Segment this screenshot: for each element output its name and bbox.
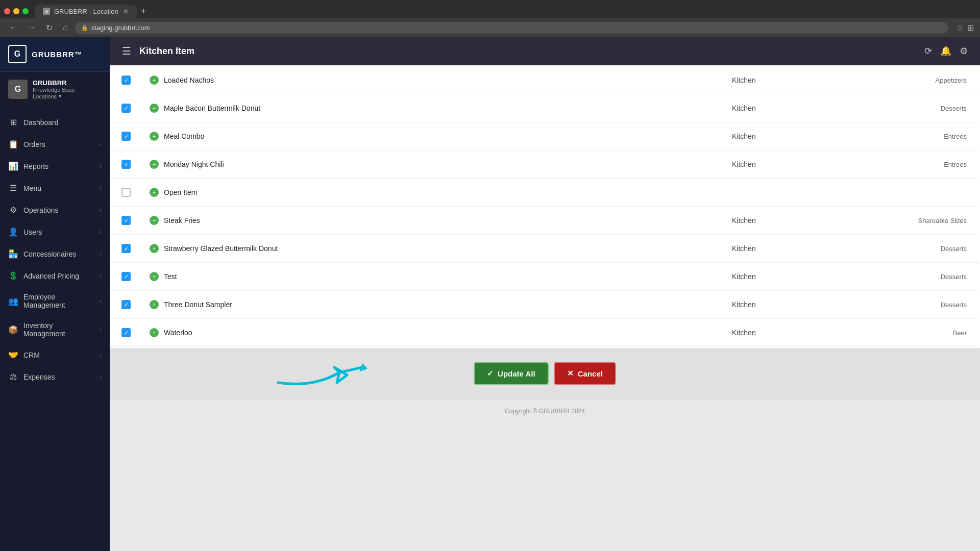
active-dot: + [150, 188, 159, 197]
item-name: Strawberry Glazed Buttermilk Donut [164, 244, 278, 253]
active-dot: + [150, 76, 159, 85]
checkbox-checked[interactable]: ✓ [121, 76, 131, 85]
category-cell: Desserts [851, 239, 979, 259]
arrow-annotation [273, 352, 375, 395]
active-dot: + [150, 300, 159, 309]
user-sub: Knowledge Base [33, 87, 75, 93]
tab-close-button[interactable]: ✕ [123, 8, 129, 15]
station-cell: Kitchen [724, 126, 851, 146]
station-cell: Kitchen [724, 266, 851, 287]
sidebar-item-inventory-management[interactable]: 📦 Inventory Management › [0, 315, 110, 344]
checkbox-cell[interactable] [111, 182, 141, 203]
checkbox-cell[interactable]: ✓ [111, 266, 141, 287]
checkbox-cell[interactable]: ✓ [111, 69, 141, 91]
station-cell: Kitchen [724, 238, 851, 259]
sidebar-item-advanced-pricing[interactable]: 💲 Advanced Pricing › [0, 265, 110, 287]
sidebar-item-menu[interactable]: ☰ Menu › [0, 177, 110, 199]
chevron-right-icon: › [100, 185, 102, 192]
back-button[interactable]: ← [6, 22, 20, 33]
checkbox-cell[interactable]: ✓ [111, 97, 141, 119]
sidebar-item-label: Advanced Pricing [23, 272, 94, 280]
sidebar-item-dashboard[interactable]: ⊞ Dashboard [0, 111, 110, 133]
item-name: Meal Combo [164, 132, 204, 140]
checkbox-cell[interactable]: ✓ [111, 238, 141, 259]
checkbox-cell[interactable]: ✓ [111, 210, 141, 231]
traffic-light-yellow[interactable] [13, 8, 19, 14]
checkbox-checked[interactable]: ✓ [121, 104, 131, 113]
sidebar-item-users[interactable]: 👤 Users › [0, 221, 110, 243]
checkbox-cell[interactable]: ✓ [111, 126, 141, 147]
ssl-icon: 🔒 [81, 24, 88, 31]
user-location: Locations ▾ [33, 93, 75, 99]
sidebar-item-employee-management[interactable]: 👥 Employee Management › [0, 287, 110, 315]
sidebar-item-expenses[interactable]: ⚖ Expenses › [0, 366, 110, 388]
item-name-cell: +Waterloo [141, 322, 724, 343]
chevron-right-icon: › [100, 373, 102, 381]
item-name: Test [164, 272, 177, 281]
operations-icon: ⚙ [8, 205, 18, 215]
sidebar-item-operations[interactable]: ⚙ Operations › [0, 199, 110, 221]
station-cell [724, 186, 851, 198]
action-area: ✓ Update All ✕ Cancel [110, 348, 980, 399]
item-name-cell: +Steak Fries [141, 210, 724, 231]
sidebar-item-label: Reports [23, 162, 94, 170]
checkbox-checked[interactable]: ✓ [121, 244, 131, 253]
table-row: ✓+TestKitchenDesserts [111, 263, 979, 291]
sidebar-item-label: Employee Management [23, 293, 94, 309]
checkbox-checked[interactable]: ✓ [121, 300, 131, 309]
bookmark-icon[interactable]: ☆ [956, 23, 963, 33]
footer: Copyright © GRUBBRR 2024 [110, 399, 980, 423]
sidebar-item-reports[interactable]: 📊 Reports › [0, 155, 110, 177]
sidebar-item-label: Users [23, 228, 94, 236]
url-bar[interactable]: 🔒 staging.grubbrr.com [75, 22, 948, 34]
item-name-cell: +Maple Bacon Buttermilk Donut [141, 97, 724, 119]
notification-icon[interactable]: 🔔 [940, 45, 951, 57]
avatar: G [8, 80, 28, 99]
menu-icon: ☰ [8, 183, 18, 193]
logo-text: GRUBBRR™ [32, 50, 83, 59]
table-row: ✓+Monday Night ChiliKitchenEntrees [111, 151, 979, 179]
sidebar-item-orders[interactable]: 📋 Orders › [0, 133, 110, 155]
checkbox-cell[interactable]: ✓ [111, 322, 141, 343]
checkbox-checked[interactable]: ✓ [121, 132, 131, 141]
update-all-button[interactable]: ✓ Update All [474, 362, 549, 385]
checkbox-unchecked[interactable] [121, 188, 131, 197]
checkbox-checked[interactable]: ✓ [121, 160, 131, 169]
table-row: ✓+Loaded NachosKitchenAppetizers [111, 66, 979, 94]
sidebar: G GRUBBRR™ G GRUBBRR Knowledge Base Loca… [0, 37, 110, 551]
cancel-button[interactable]: ✕ Cancel [554, 362, 616, 385]
category-cell: Appetizers [851, 70, 979, 90]
tab-favicon: G [43, 8, 50, 15]
copyright-text: Copyright © GRUBBRR 2024 [505, 408, 585, 415]
hamburger-icon[interactable]: ☰ [122, 45, 131, 57]
sidebar-item-crm[interactable]: 🤝 CRM › [0, 344, 110, 366]
advanced-pricing-icon: 💲 [8, 271, 18, 281]
check-icon: ✓ [487, 369, 494, 378]
page-title: Kitchen Item [139, 46, 916, 57]
category-cell: Entrees [851, 127, 979, 146]
reload-button[interactable]: ↻ [43, 22, 56, 34]
traffic-light-green[interactable] [22, 8, 29, 14]
extensions-icon[interactable]: ⊞ [967, 23, 974, 33]
checkbox-cell[interactable]: ✓ [111, 154, 141, 175]
home-button[interactable]: ⌂ [60, 22, 71, 33]
checkbox-checked[interactable]: ✓ [121, 216, 131, 225]
checkbox-checked[interactable]: ✓ [121, 272, 131, 281]
sidebar-nav: ⊞ Dashboard 📋 Orders › 📊 Reports › ☰ Men… [0, 107, 110, 551]
forward-button[interactable]: → [24, 22, 39, 33]
inventory-management-icon: 📦 [8, 325, 18, 335]
concessionaires-icon: 🏪 [8, 249, 18, 259]
sidebar-item-concessionaires[interactable]: 🏪 Concessionaires › [0, 243, 110, 265]
checkbox-cell[interactable]: ✓ [111, 294, 141, 315]
browser-tab[interactable]: G GRUBBRR - Location ✕ [35, 5, 137, 18]
settings-icon[interactable]: ⚙ [960, 45, 968, 57]
traffic-light-red[interactable] [4, 8, 10, 14]
item-name: Loaded Nachos [164, 76, 214, 84]
refresh-icon[interactable]: ⟳ [924, 45, 932, 57]
checkbox-checked[interactable]: ✓ [121, 328, 131, 337]
table-row: +Open Item [111, 179, 979, 207]
category-cell: Beer [851, 323, 979, 343]
content-area: ✓+Loaded NachosKitchenAppetizers✓+Maple … [110, 65, 980, 551]
item-name: Three Donut Sampler [164, 300, 232, 309]
new-tab-button[interactable]: + [137, 4, 151, 19]
